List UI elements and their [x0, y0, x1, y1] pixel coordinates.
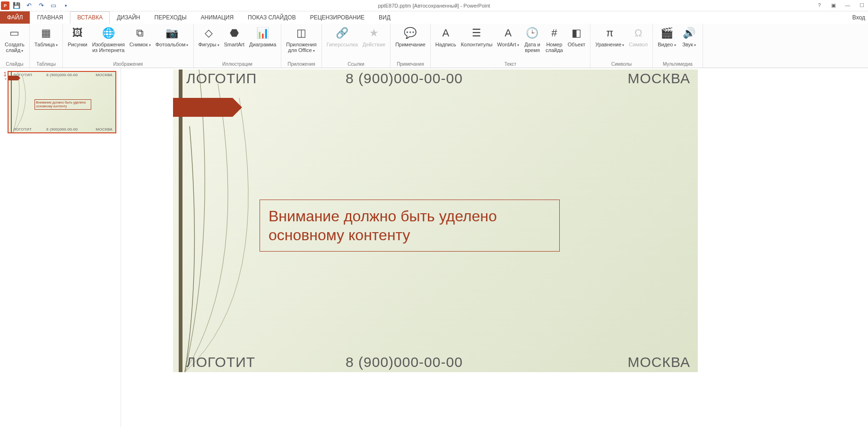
- window-controls: ? ▣ ― ☐: [815, 2, 866, 9]
- ribbon-group-label: Приложения: [284, 61, 318, 68]
- help-icon[interactable]: ?: [815, 2, 824, 9]
- action-icon: ★: [366, 26, 382, 41]
- ribbon-shapes-button[interactable]: ◇Фигуры: [197, 25, 221, 49]
- ribbon-audio-button[interactable]: 🔊Звук: [679, 25, 700, 49]
- ribbon-group: ▦ТаблицаТаблицы: [30, 24, 63, 68]
- tab-вид[interactable]: ВИД: [372, 11, 398, 24]
- ribbon-table-button[interactable]: ▦Таблица: [33, 25, 60, 49]
- ribbon-button-label: Диаграмма: [249, 42, 276, 47]
- qat-redo-icon[interactable]: ↷: [36, 0, 46, 11]
- thumb-top-left: ЛОГОТИП: [13, 73, 32, 77]
- minimize-icon[interactable]: ―: [843, 2, 852, 9]
- ribbon-button-label: Примечание: [395, 42, 425, 47]
- ribbon-apps-button[interactable]: ◫Приложениядля Office: [284, 25, 318, 55]
- tab-показ слайдов[interactable]: ПОКАЗ СЛАЙДОВ: [241, 11, 303, 24]
- new-slide-icon: ▭: [7, 26, 22, 41]
- slide[interactable]: ЛОГОТИП 8 (900)000-00-00 МОСКВА Внимание…: [173, 70, 698, 372]
- thumb-content-box: Внимание должно быть уделено основному к…: [35, 99, 91, 110]
- tab-переходы[interactable]: ПЕРЕХОДЫ: [148, 11, 194, 24]
- signin-link[interactable]: Вход: [852, 11, 865, 24]
- ribbon-group: ◇Фигуры⬣SmartArt📊ДиаграммаИллюстрации: [194, 24, 282, 68]
- slide-thumbnail-1[interactable]: ЛОГОТИП 8 (900)000-00-00 МОСКВА Внимание…: [8, 71, 116, 133]
- ribbon-group: AНадпись☰КолонтитулыAWordArt🕒Дата ивремя…: [431, 24, 590, 68]
- ribbon-group-label: Мультимедиа: [656, 61, 699, 68]
- qat-start-icon[interactable]: ▭: [48, 0, 59, 11]
- ribbon-button-label: Создатьслайд: [5, 42, 25, 54]
- ribbon-group: 🔗Гиперссылка★ДействиеСсылки: [322, 24, 391, 68]
- tab-анимация[interactable]: АНИМАЦИЯ: [194, 11, 241, 24]
- ribbon-group-label: Изображения: [66, 61, 190, 68]
- online-pic-icon: 🌐: [101, 26, 116, 41]
- ribbon-video-button[interactable]: 🎬Видео: [656, 25, 677, 49]
- screenshot-icon: ⧉: [132, 26, 148, 41]
- picture-icon: 🖼: [70, 26, 85, 41]
- ribbon-textbox-button[interactable]: AНадпись: [434, 25, 458, 48]
- header-footer-icon: ☰: [469, 26, 484, 41]
- slide-top-left[interactable]: ЛОГОТИП: [186, 70, 257, 87]
- ribbon-button-label: Фотоальбом: [156, 42, 189, 48]
- ribbon-symbol-button: ΩСимвол: [627, 25, 650, 48]
- slide-bot-right[interactable]: МОСКВА: [628, 354, 691, 370]
- ribbon-button-label: SmartArt: [224, 42, 244, 47]
- thumb-bot-left: ЛОГОТИТ: [13, 127, 32, 131]
- tab-файл[interactable]: ФАЙЛ: [0, 11, 30, 24]
- ribbon-header-footer-button[interactable]: ☰Колонтитулы: [459, 25, 495, 48]
- ribbon-group: 🖼Рисунки🌐Изображенияиз Интернета⧉Снимок📷…: [63, 24, 193, 68]
- quick-access-toolbar: P 💾 ↶ ↷ ▭ ▾: [0, 0, 71, 11]
- ribbon-button-label: Таблица: [35, 42, 58, 48]
- object-icon: ◧: [569, 26, 584, 41]
- ribbon-slide-number-button[interactable]: #Номерслайда: [544, 25, 565, 54]
- ribbon-group: 🎬Видео🔊ЗвукМультимедиа: [653, 24, 703, 68]
- thumb-meta: 1 *: [2, 71, 7, 133]
- slide-bot-center[interactable]: 8 (900)000-00-00: [346, 354, 463, 370]
- ribbon-button-label: Надпись: [435, 42, 456, 47]
- thumb-top-center: 8 (900)000-00-00: [46, 73, 78, 77]
- thumb-bot-right: МОСКВА: [95, 127, 113, 131]
- ribbon-object-button[interactable]: ◧Объект: [566, 25, 587, 48]
- ribbon-group-label: Слайды: [3, 61, 26, 68]
- ribbon-wordart-button[interactable]: AWordArt: [495, 25, 521, 49]
- ribbon-screenshot-button[interactable]: ⧉Снимок: [128, 25, 153, 49]
- ribbon-picture-button[interactable]: 🖼Рисунки: [66, 25, 89, 48]
- slide-canvas-area[interactable]: ЛОГОТИП 8 (900)000-00-00 МОСКВА Внимание…: [121, 68, 868, 427]
- ribbon-equation-button[interactable]: πУравнение: [593, 25, 626, 49]
- ribbon-smartart-button[interactable]: ⬣SmartArt: [222, 25, 246, 48]
- ribbon-online-pic-button[interactable]: 🌐Изображенияиз Интернета: [90, 25, 127, 54]
- thumb-anim-icon: *: [2, 78, 7, 83]
- ribbon-comment-button[interactable]: 💬Примечание: [393, 25, 427, 48]
- ribbon-button-label: Номерслайда: [546, 42, 563, 53]
- ribbon-group-label: Текст: [434, 61, 587, 68]
- slide-arrow-shape[interactable]: [173, 98, 233, 117]
- ribbon-button-label: Рисунки: [68, 42, 87, 47]
- window-title: pptE87D.pptm [Автосохраненный] - PowerPo…: [378, 3, 490, 9]
- workspace: 1 * ЛОГОТИП 8 (900)000-00-00 МОСКВА Вним…: [0, 68, 868, 427]
- tab-дизайн[interactable]: ДИЗАЙН: [110, 11, 147, 24]
- ribbon-options-icon[interactable]: ▣: [829, 2, 838, 9]
- qat-undo-icon[interactable]: ↶: [24, 0, 34, 11]
- ribbon-group-label: Иллюстрации: [197, 61, 278, 68]
- restore-icon[interactable]: ☐: [858, 2, 866, 9]
- ribbon-button-label: Колонтитулы: [461, 42, 493, 47]
- qat-save-icon[interactable]: 💾: [11, 0, 22, 11]
- thumb-number: 1: [2, 71, 7, 78]
- tab-вставка[interactable]: ВСТАВКА: [70, 11, 110, 24]
- title-bar: P 💾 ↶ ↷ ▭ ▾ pptE87D.pptm [Автосохраненны…: [0, 0, 868, 11]
- equation-icon: π: [602, 26, 617, 41]
- ribbon-group-label: Таблицы: [33, 61, 60, 68]
- app-icon[interactable]: P: [1, 1, 9, 10]
- ribbon-new-slide-button[interactable]: ▭Создатьслайд: [3, 25, 26, 55]
- slide-top-right[interactable]: МОСКВА: [628, 70, 691, 87]
- ribbon-button-label: Символ: [629, 42, 648, 47]
- qat-customize-icon[interactable]: ▾: [61, 0, 71, 11]
- tab-главная[interactable]: ГЛАВНАЯ: [30, 11, 70, 24]
- ribbon-photo-album-button[interactable]: 📷Фотоальбом: [154, 25, 191, 49]
- smartart-icon: ⬣: [226, 26, 242, 41]
- ribbon-chart-button[interactable]: 📊Диаграмма: [247, 25, 278, 48]
- tab-рецензирование[interactable]: РЕЦЕНЗИРОВАНИЕ: [303, 11, 372, 24]
- ribbon-button-label: Дата ивремя: [524, 42, 540, 53]
- slide-content-box[interactable]: Внимание должно быть уделено основному к…: [260, 200, 560, 252]
- slide-bot-left[interactable]: ЛОГОТИТ: [186, 354, 255, 370]
- ribbon-button-label: Звук: [682, 42, 696, 48]
- slide-top-center[interactable]: 8 (900)000-00-00: [346, 70, 463, 87]
- ribbon-date-time-button[interactable]: 🕒Дата ивремя: [522, 25, 543, 54]
